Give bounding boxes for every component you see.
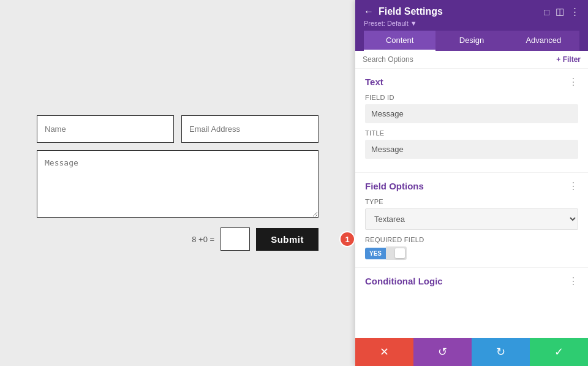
submit-button[interactable]: Submit: [256, 228, 318, 251]
field-options-title: Field Options: [365, 181, 424, 191]
form-container: 8 +0 = Submit: [24, 103, 331, 263]
fullscreen-icon[interactable]: □: [544, 7, 549, 17]
filter-button[interactable]: + Filter: [556, 55, 581, 64]
captcha-box[interactable]: [221, 227, 250, 251]
panel-title-row: ← Field Settings □ ◫ ⋮: [364, 6, 579, 17]
required-toggle-row: YES: [365, 246, 578, 260]
panel-tabs: Content Design Advanced: [364, 31, 579, 51]
preset-label[interactable]: Preset: Default ▼: [364, 20, 579, 27]
text-section-header: Text ⋮: [365, 76, 578, 88]
panel-title-actions: □ ◫ ⋮: [544, 6, 579, 17]
action-bar: ✕ ↺ ↻ ✓: [355, 338, 588, 366]
tab-advanced[interactable]: Advanced: [508, 31, 579, 51]
panel-content: Text ⋮ Field ID Message Title Message Fi…: [355, 69, 588, 338]
name-input[interactable]: [37, 115, 174, 143]
redo-icon: ↻: [496, 345, 505, 359]
cancel-button[interactable]: ✕: [355, 338, 413, 366]
cancel-icon: ✕: [380, 345, 389, 359]
more-icon[interactable]: ⋮: [570, 6, 579, 17]
confirm-button[interactable]: ✓: [530, 338, 588, 366]
title-value: Message: [365, 140, 578, 159]
conditional-logic-menu-icon[interactable]: ⋮: [568, 275, 578, 287]
redo-button[interactable]: ↻: [472, 338, 530, 366]
conditional-logic-section: Conditional Logic ⋮: [355, 268, 588, 300]
email-input[interactable]: [181, 115, 318, 143]
form-submit-row: 8 +0 = Submit: [37, 227, 318, 251]
text-section-menu-icon[interactable]: ⋮: [568, 76, 578, 88]
field-options-header: Field Options ⋮: [365, 180, 578, 192]
panel-title-left: ← Field Settings: [364, 6, 443, 17]
confirm-icon: ✓: [554, 345, 564, 359]
undo-icon: ↺: [438, 345, 447, 359]
required-label: Required Field: [365, 236, 578, 243]
toggle-switch[interactable]: [386, 246, 407, 260]
panel-header: ← Field Settings □ ◫ ⋮ Preset: Default ▼…: [355, 0, 588, 51]
conditional-logic-header: Conditional Logic ⋮: [365, 275, 578, 287]
tab-design[interactable]: Design: [435, 31, 507, 51]
form-name-email-row: [37, 115, 318, 143]
type-select[interactable]: Text Textarea Email Select Checkbox Radi…: [365, 208, 578, 230]
toggle-thumb: [395, 248, 405, 258]
tab-content[interactable]: Content: [364, 31, 435, 51]
type-label: Type: [365, 198, 578, 205]
message-textarea[interactable]: [37, 150, 318, 218]
field-options-menu-icon[interactable]: ⋮: [568, 180, 578, 192]
settings-panel: ← Field Settings □ ◫ ⋮ Preset: Default ▼…: [355, 0, 588, 366]
canvas-area: 8 +0 = Submit: [0, 0, 355, 366]
toggle-yes-label[interactable]: YES: [365, 248, 386, 259]
captcha-text: 8 +0 =: [192, 235, 214, 244]
text-section: Text ⋮ Field ID Message Title Message: [355, 69, 588, 173]
search-bar: + Filter: [355, 51, 588, 69]
undo-button[interactable]: ↺: [413, 338, 472, 366]
field-id-label: Field ID: [365, 94, 578, 101]
back-icon[interactable]: ←: [364, 6, 374, 17]
text-section-title: Text: [365, 77, 383, 87]
field-options-section: Field Options ⋮ Type Text Textarea Email…: [355, 173, 588, 268]
columns-icon[interactable]: ◫: [556, 6, 564, 17]
title-label: Title: [365, 129, 578, 137]
search-input[interactable]: [363, 55, 556, 64]
step-badge: 1: [339, 231, 355, 247]
conditional-logic-title: Conditional Logic: [365, 276, 443, 286]
field-id-value: Message: [365, 104, 578, 123]
panel-title: Field Settings: [379, 6, 443, 17]
